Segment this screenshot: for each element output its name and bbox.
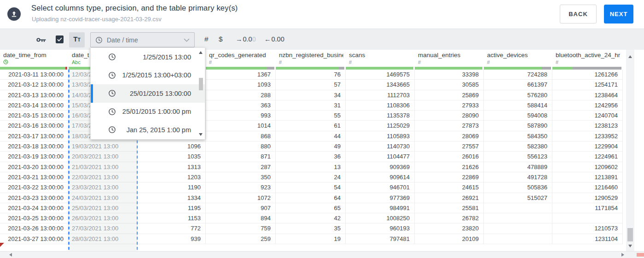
table-cell[interactable]: 27557 <box>415 141 483 152</box>
table-cell[interactable]: 34 <box>276 90 345 100</box>
table-cell[interactable]: 984991 <box>346 203 414 213</box>
table-cell[interactable]: 907 <box>206 203 275 213</box>
table-cell[interactable]: 1140730 <box>346 141 414 152</box>
table-cell[interactable]: 1135378 <box>346 111 414 121</box>
table-cell[interactable]: 1290529 <box>552 193 622 203</box>
table-cell[interactable]: 1210573 <box>552 223 622 234</box>
table-cell[interactable]: 1343665 <box>346 80 414 90</box>
table-cell[interactable]: 909614 <box>346 172 414 182</box>
horizontal-scrollbar[interactable] <box>0 251 644 258</box>
table-cell[interactable]: 1072 <box>206 193 275 203</box>
table-cell[interactable]: 880 <box>206 141 275 152</box>
table-cell[interactable]: 31 <box>276 100 345 111</box>
scroll-up-arrow-icon[interactable] <box>628 55 632 58</box>
table-cell[interactable]: 491728 <box>484 172 552 182</box>
table-cell[interactable]: 57 <box>276 80 345 90</box>
table-cell[interactable]: 25/03/2021 13:00 <box>69 203 137 213</box>
column-header-bluetooth_active_24_hr_[interactable]: bluetooth_active_24_hr_# <box>552 49 623 67</box>
table-cell[interactable]: 54 <box>276 182 345 193</box>
table-cell[interactable]: 1469575 <box>346 70 414 80</box>
table-cell[interactable]: 1238464 <box>552 90 622 100</box>
table-cell[interactable]: 894 <box>206 213 275 223</box>
column-type-select[interactable]: Date / time <box>90 32 195 47</box>
table-cell[interactable]: 871 <box>206 152 275 162</box>
table-cell[interactable]: 21/03/2021 13:00 <box>69 162 137 172</box>
dropdown-scrollbar-thumb[interactable] <box>199 78 203 90</box>
table-cell[interactable]: 24 <box>276 172 345 182</box>
column-header-qr_codes_generated[interactable]: qr_codes_generated# <box>206 49 276 67</box>
table-cell[interactable]: 2021-03-19 13:00:00 <box>0 152 68 162</box>
table-cell[interactable]: 22/03/2021 13:00 <box>69 172 137 182</box>
table-cell[interactable]: 49 <box>276 141 345 152</box>
scroll-up-arrow-icon[interactable] <box>199 51 203 54</box>
horizontal-scrollbar-thumb[interactable] <box>637 253 644 257</box>
integer-type-button[interactable]: # <box>204 35 209 43</box>
table-cell[interactable]: 19 <box>276 234 345 244</box>
table-cell[interactable]: 259 <box>206 234 275 244</box>
table-cell[interactable]: 977369 <box>346 193 414 203</box>
table-cell[interactable]: 24/03/2021 13:00 <box>69 193 137 203</box>
column-header-manual_entries[interactable]: manual_entries# <box>415 49 484 67</box>
table-cell[interactable]: 661397 <box>484 80 552 90</box>
table-cell[interactable]: 759 <box>206 223 275 234</box>
table-cell[interactable]: 2021-03-24 13:00:00 <box>0 203 68 213</box>
table-cell[interactable]: 724288 <box>484 70 552 80</box>
table-cell[interactable]: 2021-03-13 13:00:00 <box>0 90 68 100</box>
vertical-scrollbar-thumb[interactable] <box>627 228 633 241</box>
table-cell[interactable]: 42 <box>276 213 345 223</box>
table-cell[interactable]: 23/03/2021 13:00 <box>69 182 137 193</box>
table-cell[interactable]: 1014 <box>206 121 275 131</box>
table-cell[interactable]: 868 <box>206 131 275 141</box>
table-cell[interactable]: 1112703 <box>346 90 414 100</box>
table-cell[interactable]: 2021-03-25 13:00:00 <box>0 213 68 223</box>
table-cell[interactable]: 909369 <box>346 162 414 172</box>
table-cell[interactable]: 1093 <box>206 80 275 90</box>
table-cell[interactable]: 1108306 <box>346 100 414 111</box>
table-cell[interactable]: 1224961 <box>552 152 622 162</box>
table-cell[interactable]: 939 <box>137 234 205 244</box>
column-header-date_time_from[interactable]: date_time_from <box>0 49 69 67</box>
table-cell[interactable]: 584350 <box>484 131 552 141</box>
table-cell[interactable]: 1171854 <box>552 203 622 213</box>
scroll-down-arrow-icon[interactable] <box>199 133 203 136</box>
include-column-checkbox[interactable] <box>56 35 64 43</box>
table-cell[interactable]: 1313 <box>137 162 205 172</box>
table-cell[interactable]: 576280 <box>484 90 552 100</box>
table-cell[interactable]: 23820 <box>415 223 483 234</box>
table-cell[interactable]: 35 <box>276 223 345 234</box>
table-cell[interactable]: 582380 <box>484 141 552 152</box>
dropdown-option[interactable]: 25/01/2015 1:00:00 pm <box>91 103 205 121</box>
table-cell[interactable] <box>484 213 552 223</box>
table-cell[interactable]: 2021-03-11 13:00:00 <box>0 70 68 80</box>
table-cell[interactable]: 28069 <box>415 131 483 141</box>
table-cell[interactable]: 1096 <box>137 141 205 152</box>
table-cell[interactable]: 26/03/2021 13:00 <box>69 213 137 223</box>
table-cell[interactable]: 287 <box>206 162 275 172</box>
table-cell[interactable]: 505836 <box>484 182 552 193</box>
table-cell[interactable]: 2021-03-14 13:00:00 <box>0 100 68 111</box>
table-cell[interactable]: 1125029 <box>346 121 414 131</box>
table-cell[interactable]: 20109 <box>415 234 483 244</box>
table-cell[interactable]: 594008 <box>484 111 552 121</box>
table-cell[interactable]: 61 <box>276 121 345 131</box>
table-cell[interactable]: 1008250 <box>346 213 414 223</box>
table-cell[interactable]: 27933 <box>415 100 483 111</box>
vertical-scrollbar[interactable] <box>626 50 634 251</box>
table-cell[interactable]: 1195 <box>137 203 205 213</box>
dropdown-option[interactable]: 1/25/2015 13:00+03:00 <box>91 66 205 85</box>
table-cell[interactable]: 350 <box>206 172 275 182</box>
column-header-active_devices[interactable]: active_devices# <box>484 49 552 67</box>
table-cell[interactable]: 1261266 <box>552 70 622 80</box>
table-cell[interactable]: 2021-03-15 13:00:00 <box>0 111 68 121</box>
table-cell[interactable]: 772 <box>137 223 205 234</box>
table-cell[interactable]: 27873 <box>415 121 483 131</box>
primary-key-icon[interactable] <box>36 36 46 45</box>
table-cell[interactable]: 1213891 <box>552 172 622 182</box>
table-cell[interactable]: 363 <box>206 100 275 111</box>
dropdown-scrollbar[interactable] <box>198 49 204 138</box>
table-cell[interactable]: 993 <box>206 111 275 121</box>
table-cell[interactable]: 2021-03-22 13:00:00 <box>0 182 68 193</box>
table-cell[interactable]: 21626 <box>415 162 483 172</box>
table-cell[interactable]: 2021-03-27 13:00:00 <box>0 234 68 244</box>
table-cell[interactable]: 1190 <box>137 182 205 193</box>
